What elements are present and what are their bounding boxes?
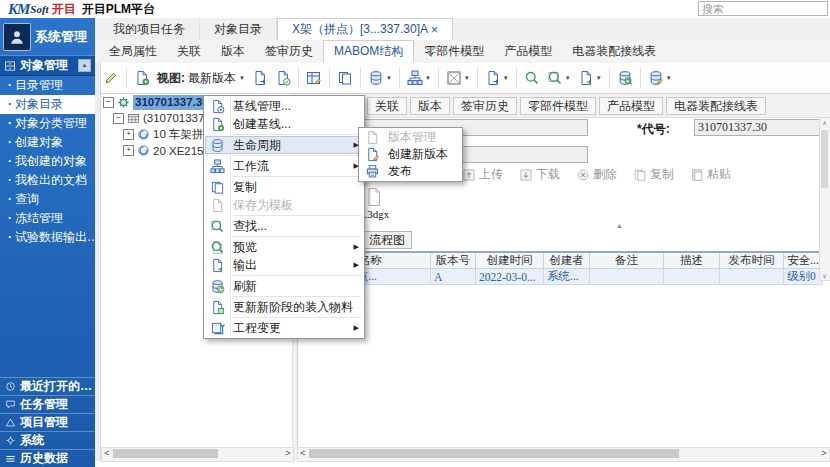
sidebar-item-project-manage[interactable]: 项目管理 (0, 413, 95, 431)
collapse-section-arrow-icon[interactable]: ▲ (616, 222, 623, 229)
expand-node-icon[interactable]: + (123, 145, 134, 156)
column-header[interactable]: 备注 (590, 252, 664, 269)
tab-part-model[interactable]: 零部件模型 (414, 40, 494, 63)
toolbar-button-doc-output[interactable]: ▼ (578, 70, 602, 86)
menu-item-update-stage-materials[interactable]: 更新新阶段的装入物料 (205, 298, 363, 316)
delete-button[interactable]: 删除 (576, 166, 617, 183)
toolbar-button-grid-edit[interactable] (306, 70, 322, 86)
scroll-thumb[interactable] (821, 130, 828, 188)
sidebar-item-create-object[interactable]: 创建对象 (0, 133, 95, 152)
tab-global-props[interactable]: 全局属性 (99, 40, 167, 63)
scroll-down-icon[interactable]: ∨ (820, 272, 829, 279)
sidebar-item-my-created-objects[interactable]: 我创建的对象 (0, 152, 95, 171)
submenu-item-create-new-version[interactable]: 创建新版本 (360, 146, 461, 163)
column-header[interactable]: 安全... (784, 252, 823, 269)
submenu-item-publish[interactable]: 发布 (360, 163, 461, 180)
collapse-node-icon[interactable]: − (103, 97, 114, 108)
scroll-left-icon[interactable]: < (298, 448, 308, 459)
scroll-left-icon[interactable]: < (102, 448, 112, 459)
scroll-up-icon[interactable]: ∧ (820, 119, 829, 126)
toolbar-button-search[interactable] (524, 70, 540, 86)
download-button[interactable]: 下载 (519, 166, 560, 183)
view-selector[interactable]: 视图:最新版本▼ (157, 70, 245, 87)
tab-mabom-structure[interactable]: MABOM结构 (323, 40, 414, 63)
sidebar-item-system[interactable]: 系统 (0, 431, 95, 449)
detail-tab-product-model[interactable]: 产品模型 (599, 97, 663, 115)
paste-button[interactable]: 粘贴 (690, 166, 731, 183)
column-header[interactable]: 版本号 (431, 252, 476, 269)
sidebar-item-test-data-output[interactable]: 试验数据输出… (0, 228, 95, 247)
menu-item-workflow[interactable]: 工作流▶ (205, 157, 363, 175)
sidebar-item-object-catalog[interactable]: 对象目录 (0, 95, 95, 114)
detail-horizontal-scrollbar[interactable]: < > (297, 447, 830, 462)
tab-electrical-wiring[interactable]: 电器装配接线表 (562, 40, 666, 63)
toolbar-button-doc-export[interactable]: ▼ (485, 70, 509, 86)
detail-tab-electrical-wiring[interactable]: 电器装配接线表 (666, 97, 766, 115)
close-tab-icon[interactable]: × (431, 23, 438, 37)
avatar[interactable] (3, 23, 31, 51)
column-header[interactable]: 发布时间 (720, 252, 784, 269)
detail-tab-part-model[interactable]: 零部件模型 (520, 97, 596, 115)
scroll-right-icon[interactable]: > (819, 448, 829, 459)
sidebar-item-label: 对象目录 (15, 97, 63, 111)
scroll-thumb[interactable] (113, 449, 218, 458)
detail-tab-versions[interactable]: 版本 (410, 97, 450, 115)
toolbar-button-db-search[interactable] (617, 70, 633, 86)
sidebar-item-recently-opened[interactable]: 最近打开的…▼ (0, 377, 95, 395)
column-header[interactable]: 描述 (664, 252, 720, 269)
menu-item-refresh[interactable]: 刷新 (205, 277, 363, 295)
detail-tab-relations[interactable]: 关联 (367, 97, 407, 115)
toolbar-button-copy[interactable] (337, 70, 353, 86)
table-row[interactable]: X架（拼点...A2022-03-0...系统...级别0 (301, 269, 823, 285)
sidebar-item-history-data[interactable]: 历史数据 (0, 449, 95, 467)
flow-chart-tab[interactable]: 流程图 (362, 231, 412, 249)
upload-button[interactable]: 上传 (462, 166, 503, 183)
menu-item-baseline-manage[interactable]: 基线管理... (205, 97, 363, 115)
tab-sign-history[interactable]: 签审历史 (255, 40, 323, 63)
sidebar-item-query[interactable]: 查询 (0, 190, 95, 209)
tab-relations[interactable]: 关联 (167, 40, 211, 63)
sidebar-item-label: 系统 (20, 432, 44, 449)
menu-item-preview[interactable]: 预览▶ (205, 238, 363, 256)
sidebar-item-task-manage[interactable]: 任务管理 (0, 395, 95, 413)
tab-my-project-tasks[interactable]: 我的项目任务 (99, 18, 200, 40)
toolbar-button-db[interactable]: ▼ (368, 70, 392, 86)
toolbar-button-box[interactable]: ▼ (446, 70, 470, 86)
code-field[interactable] (694, 119, 822, 136)
menu-item-copy[interactable]: 复制 (205, 178, 363, 196)
tab-versions[interactable]: 版本 (211, 40, 255, 63)
tab-current-object[interactable]: X架（拼点）[3...337.30]A× (277, 18, 453, 40)
sidebar-item-freeze-manage[interactable]: 冻结管理 (0, 209, 95, 228)
toolbar-button-doc-checkout[interactable] (252, 70, 268, 86)
sidebar-item-catalog-manage[interactable]: 目录管理 (0, 76, 95, 95)
detail-tab-sign-history[interactable]: 签审历史 (453, 97, 517, 115)
tab-object-catalog[interactable]: 对象目录 (200, 18, 277, 40)
search-input[interactable] (698, 1, 828, 16)
menu-item-output[interactable]: 输出▶ (205, 256, 363, 274)
menu-item-create-baseline[interactable]: 创建基线... (205, 115, 363, 133)
scroll-right-icon[interactable]: > (283, 448, 293, 459)
tree-horizontal-scrollbar[interactable]: < > (101, 447, 294, 462)
toolbar-button-db-edit[interactable]: ▼ (648, 70, 672, 86)
menu-item-find[interactable]: 查找... (205, 217, 363, 235)
scroll-thumb[interactable] (309, 449, 679, 458)
collapse-node-icon[interactable]: − (113, 113, 124, 124)
sidebar-item-object-classification[interactable]: 对象分类管理 (0, 114, 95, 133)
toolbar-button-workflow[interactable]: ▼ (407, 70, 431, 86)
toolbar-button-search-box[interactable]: ▼ (547, 70, 571, 86)
section-collapse-button[interactable]: ▲ (78, 59, 91, 72)
column-header[interactable]: 创建者 (544, 252, 590, 269)
menu-item-lifecycle[interactable]: 生命周期▶ (205, 136, 363, 154)
detail-vertical-scrollbar[interactable]: ∧ ∨ (819, 117, 830, 281)
menu-item-engineering-change[interactable]: 工程变更▶ (205, 319, 363, 337)
column-header[interactable]: 创建时间 (476, 252, 544, 269)
toolbar-button-doc-checkin[interactable] (275, 70, 291, 86)
sidebar-section-object-manage[interactable]: 对象管理 ▲ (0, 55, 95, 76)
file-icon[interactable] (366, 187, 382, 207)
expand-node-icon[interactable]: + (123, 129, 134, 140)
toolbar-button-pencil[interactable] (103, 70, 119, 86)
toolbar-button-doc-new[interactable] (134, 70, 150, 86)
sidebar-item-my-checked-out-docs[interactable]: 我检出的文档 (0, 171, 95, 190)
tab-product-model[interactable]: 产品模型 (494, 40, 562, 63)
copy-button[interactable]: 复制 (633, 166, 674, 183)
